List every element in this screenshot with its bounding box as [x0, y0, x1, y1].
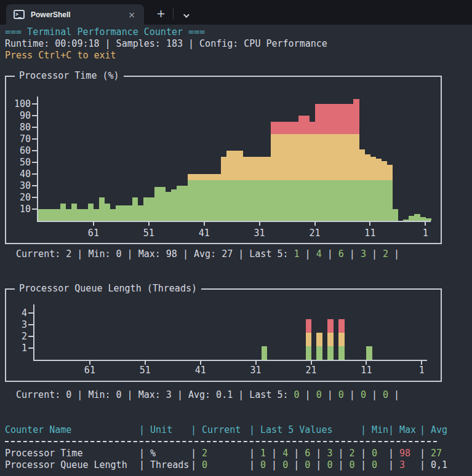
bar-segment-green	[342, 180, 348, 221]
x-tick-label: 51	[133, 365, 158, 376]
bar-segment-green	[66, 209, 71, 221]
terminal-content[interactable]: === Terminal Performance Counter === Run…	[0, 25, 472, 476]
bar-segment-green	[249, 180, 254, 221]
bar-sample	[287, 122, 293, 221]
bar-segment-green	[262, 346, 267, 360]
x-tick-label: 11	[358, 228, 382, 239]
bar-segment-green	[298, 180, 304, 221]
bar-segment-green	[49, 209, 55, 221]
bar-sample	[160, 187, 166, 221]
bar-sample	[315, 104, 321, 221]
bar-segment-green	[138, 205, 143, 221]
bar-sample	[265, 157, 271, 221]
bar-sample	[320, 104, 326, 221]
x-tick-label: 61	[78, 365, 102, 376]
bar-segment-green	[171, 189, 177, 221]
pipe: |	[288, 459, 305, 470]
x-tick-label: 31	[247, 228, 272, 239]
bar-segment-yellow	[342, 134, 348, 180]
x-tick	[369, 222, 370, 226]
bar-segment-yellow	[249, 157, 254, 180]
tab-dropdown-button[interactable]	[177, 11, 194, 20]
bar-segment-yellow	[276, 134, 282, 180]
bar-sample	[226, 151, 232, 221]
bar-segment-green	[160, 187, 166, 221]
bar-segment-green	[359, 180, 364, 221]
bar-sample	[338, 319, 344, 360]
bar-segment-green	[370, 180, 375, 221]
bar-segment-yellow	[260, 157, 265, 180]
bar-segment-yellow	[337, 134, 342, 180]
table-cell-max: | 98	[388, 448, 420, 459]
bar-segment-green	[121, 205, 127, 221]
bar-segment-green	[182, 186, 188, 221]
pipe: |	[420, 448, 431, 459]
bar-sample	[204, 174, 210, 221]
stats-separator: |	[366, 389, 383, 400]
tab-powershell[interactable]: >_ PowerShell ×	[6, 4, 144, 25]
bar-sample	[88, 204, 94, 221]
table-header-cell: | Avg	[420, 424, 472, 436]
bar-sample	[238, 151, 243, 221]
table-cell-max: | 3	[388, 459, 420, 471]
avg-value: 0,1	[431, 459, 447, 470]
new-tab-button[interactable]: +	[153, 7, 169, 20]
bar-sample	[326, 104, 331, 221]
bar-segment-red	[326, 104, 331, 134]
bar-sample	[403, 220, 409, 221]
bar-segment-yellow	[188, 174, 193, 180]
app-title: === Terminal Performance Counter ===	[5, 26, 472, 38]
x-tick-label: 41	[188, 365, 213, 376]
bar-segment-green	[414, 214, 420, 221]
bar-segment-green	[306, 346, 311, 360]
close-tab-icon[interactable]: ×	[126, 9, 138, 20]
bar-sample	[310, 122, 315, 221]
bar-sample	[210, 174, 215, 221]
stats-last5-value: 0	[361, 389, 366, 400]
pipe: |	[266, 448, 282, 459]
bar-sample	[215, 174, 221, 221]
bar-segment-red	[276, 122, 282, 135]
bar-sample	[71, 204, 77, 221]
bar-segment-green	[331, 180, 337, 221]
stats-separator: |	[388, 248, 399, 260]
bar-segment-green	[338, 346, 344, 360]
table-cell-current: | 0	[191, 459, 249, 471]
bar-sample	[99, 197, 105, 221]
bar-sample	[316, 333, 322, 360]
bar-segment-green	[60, 204, 66, 221]
last5-value: 0	[305, 459, 310, 470]
bar-sample	[254, 157, 260, 221]
bar-segment-green	[116, 205, 121, 221]
bar-segment-green	[243, 180, 249, 221]
bar-sample	[414, 214, 420, 221]
pipe: |	[191, 448, 202, 459]
x-tick-label: 61	[81, 228, 106, 239]
x-tick-label: 51	[137, 228, 161, 239]
bar-sample	[149, 197, 154, 221]
chevron-down-icon	[183, 12, 190, 18]
stats-last5-value: 1	[294, 248, 300, 260]
table-header-cell: | Last 5 Values	[249, 424, 361, 436]
bar-segment-yellow	[238, 151, 243, 180]
bar-segment-green	[204, 180, 210, 221]
bar-sample	[221, 157, 226, 221]
bar-sample	[66, 209, 71, 221]
bar-segment-yellow	[331, 134, 337, 180]
bar-segment-yellow	[320, 134, 326, 180]
pipe: |	[266, 459, 282, 470]
runtime-line: Runtime: 00:09:18 | Samples: 183 | Confi…	[5, 38, 472, 50]
bar-sample	[193, 174, 199, 221]
bar-segment-yellow	[271, 134, 276, 180]
bar-segment-red	[337, 104, 342, 134]
x-tick	[204, 222, 205, 226]
x-tick	[425, 222, 426, 226]
bar-segment-green	[337, 180, 342, 221]
bar-segment-red	[320, 104, 326, 134]
pipe: |	[388, 448, 399, 459]
bar-sample	[409, 216, 414, 221]
last5-value: 2	[350, 448, 355, 459]
bar-segment-green	[232, 180, 238, 221]
bar-segment-green	[177, 186, 182, 221]
chart-canvas: 1009080706050403020106151413121111	[6, 77, 441, 243]
